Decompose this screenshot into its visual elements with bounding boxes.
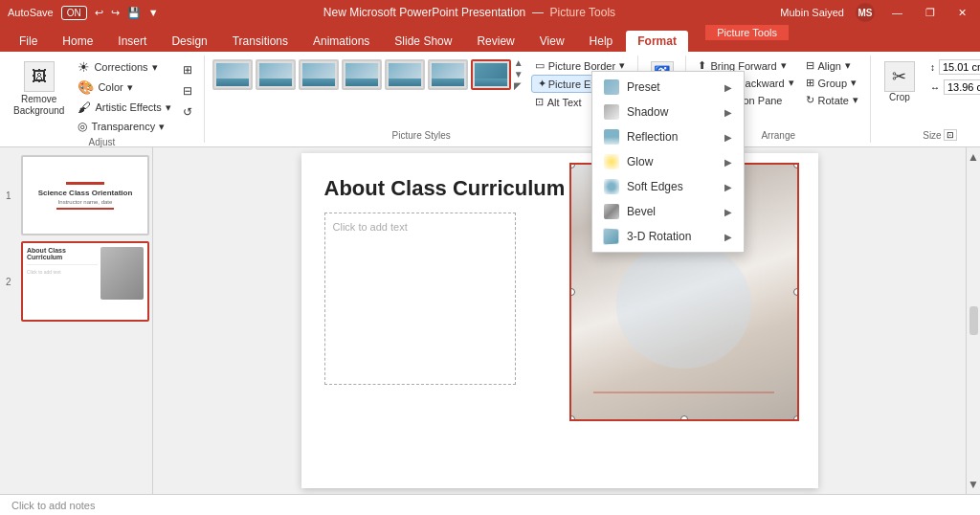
undo-icon[interactable]: ↩	[95, 7, 103, 19]
picture-border-label: Picture Border	[548, 60, 615, 72]
tab-animations[interactable]: Animations	[301, 31, 381, 52]
tab-transitions[interactable]: Transitions	[221, 31, 300, 52]
remove-background-button[interactable]: 🖼 RemoveBackground	[8, 57, 70, 121]
canvas-area[interactable]: About Class Curriculum Click to add text	[153, 147, 966, 494]
slide-thumb-2[interactable]: About ClassCurriculum Click to add text	[21, 241, 149, 322]
compress-pictures-button[interactable]: ⊞	[179, 61, 196, 78]
change-picture-button[interactable]: ⊟	[179, 82, 196, 100]
scroll-up-arrow[interactable]: ▲	[965, 147, 980, 167]
tab-home[interactable]: Home	[51, 31, 104, 52]
slide2-divider	[27, 264, 98, 265]
tab-format[interactable]: Format	[626, 31, 688, 52]
slide-1-number: 1	[6, 190, 17, 201]
picture-effects-dropdown: Preset ▶ Shadow ▶ Reflection ▶ Glow ▶ So…	[591, 71, 745, 253]
styles-scroll-up[interactable]: ▲	[514, 57, 523, 68]
reset-picture-button[interactable]: ↺	[179, 103, 196, 121]
style-thumb-5[interactable]	[385, 59, 425, 90]
title-bar: AutoSave ON ↩ ↪ 💾 ▼ New Microsoft PowerP…	[0, 0, 980, 25]
reflection-label: Reflection	[627, 130, 678, 144]
tab-file[interactable]: File	[8, 31, 49, 52]
menu-item-bevel[interactable]: Bevel ▶	[592, 199, 744, 224]
group-button[interactable]: ⊞ Group ▾	[802, 75, 862, 91]
slide-panel: 1 Science Class Orientation Instructor n…	[0, 147, 153, 494]
soft-edges-label: Soft Edges	[627, 180, 683, 193]
tab-help[interactable]: Help	[578, 31, 625, 52]
corrections-button[interactable]: ☀ Corrections ▾	[74, 57, 174, 77]
style-thumb-7[interactable]	[471, 59, 511, 90]
style-thumb-4[interactable]	[342, 59, 382, 90]
group-label: Group	[818, 78, 848, 89]
align-button[interactable]: ⊟ Align ▾	[802, 57, 862, 74]
handle-bottom-mid[interactable]	[680, 415, 688, 421]
style-thumb-2[interactable]	[256, 59, 296, 90]
slide1-title: Science Class Orientation	[38, 189, 133, 197]
scroll-thumb-area[interactable]	[969, 167, 978, 475]
group-icon: ⊞	[806, 77, 814, 89]
shadow-chevron: ▶	[724, 107, 732, 118]
tab-insert[interactable]: Insert	[106, 31, 158, 52]
tab-design[interactable]: Design	[160, 31, 218, 52]
scroll-down-arrow[interactable]: ▼	[965, 475, 980, 494]
menu-item-soft-edges[interactable]: Soft Edges ▶	[592, 174, 744, 199]
right-scrollbar[interactable]: ▲ ▼	[966, 147, 980, 494]
menu-item-soft-edges-left: Soft Edges	[604, 179, 683, 194]
shadow-menu-icon	[604, 104, 619, 120]
save-icon[interactable]: 💾	[127, 7, 141, 19]
picture-styles-content: ▲ ▼ ◤ ▭ Picture Border ▾ ✦ Picture Effec…	[212, 57, 631, 128]
close-button[interactable]: ✕	[952, 5, 972, 21]
artistic-effects-button[interactable]: 🖌 Artistic Effects ▾	[74, 98, 174, 117]
artistic-effects-icon: 🖌	[78, 100, 91, 115]
transparency-button[interactable]: ◎ Transparency ▾	[74, 118, 174, 135]
styles-scroll-down[interactable]: ▼	[514, 69, 523, 79]
adjust-col: ☀ Corrections ▾ 🎨 Color ▾ 🖌 Artistic Eff…	[74, 57, 174, 135]
align-chevron: ▾	[845, 59, 851, 72]
rotate-button[interactable]: ↻ Rotate ▾	[802, 92, 862, 108]
autosave-status[interactable]: ON	[61, 6, 87, 20]
picture-styles-thumbnails: ▲ ▼ ◤	[212, 57, 523, 91]
transparency-chevron: ▾	[159, 121, 165, 133]
bevel-menu-icon	[604, 204, 619, 219]
notes-bar[interactable]: Click to add notes	[0, 494, 980, 515]
color-chevron: ▾	[127, 81, 133, 94]
width-icon: ↔	[930, 82, 940, 93]
handle-bottom-right[interactable]	[793, 415, 799, 421]
shadow-label: Shadow	[627, 105, 668, 119]
style-thumb-3[interactable]	[299, 59, 339, 90]
title-bar-left: AutoSave ON ↩ ↪ 💾 ▼	[8, 6, 159, 20]
style-thumb-6[interactable]	[428, 59, 468, 90]
user-avatar: MS	[856, 3, 875, 22]
align-icon: ⊟	[806, 59, 814, 72]
group-chevron: ▾	[851, 77, 857, 89]
styles-expand[interactable]: ◤	[514, 80, 523, 91]
minimize-button[interactable]: —	[886, 5, 908, 20]
slide-thumb-1[interactable]: Science Class Orientation Instructor nam…	[21, 155, 149, 235]
slide-2-row: 2 About ClassCurriculum Click to add tex…	[6, 241, 146, 322]
tab-view[interactable]: View	[528, 31, 576, 52]
menu-item-glow[interactable]: Glow ▶	[592, 149, 744, 174]
redo-icon[interactable]: ↪	[111, 7, 120, 19]
color-button[interactable]: 🎨 Color ▾	[74, 78, 174, 97]
slide1-decoration	[66, 182, 104, 185]
tab-slideshow[interactable]: Slide Show	[383, 31, 463, 52]
handle-mid-left[interactable]	[569, 288, 575, 296]
size-dialog-launcher[interactable]: ⊡	[944, 129, 957, 141]
restore-button[interactable]: ❐	[920, 5, 941, 21]
width-input[interactable]	[944, 79, 980, 95]
height-input[interactable]	[939, 59, 980, 75]
handle-mid-right[interactable]	[793, 288, 799, 296]
3d-rotation-label: 3-D Rotation	[627, 230, 691, 243]
alt-text-label: Alt Text	[547, 97, 582, 108]
slide1-subtitle: Instructor name, date	[58, 199, 113, 205]
style-thumb-1[interactable]	[212, 59, 253, 90]
menu-item-reflection[interactable]: Reflection ▶	[592, 124, 744, 149]
rotate-label: Rotate	[818, 95, 849, 106]
menu-item-shadow[interactable]: Shadow ▶	[592, 100, 744, 124]
crop-button[interactable]: ✂ Crop	[879, 57, 921, 106]
tab-review[interactable]: Review	[465, 31, 525, 52]
menu-item-3d-rotation[interactable]: 3-D Rotation ▶	[592, 224, 744, 249]
handle-bottom-left[interactable]	[569, 415, 575, 421]
more-tools-icon[interactable]: ▼	[148, 7, 159, 18]
menu-item-preset[interactable]: Preset ▶	[592, 75, 744, 100]
title-bar-right: Mubin Saiyed MS — ❐ ✕	[780, 3, 972, 22]
text-placeholder[interactable]: Click to add text	[324, 213, 516, 385]
